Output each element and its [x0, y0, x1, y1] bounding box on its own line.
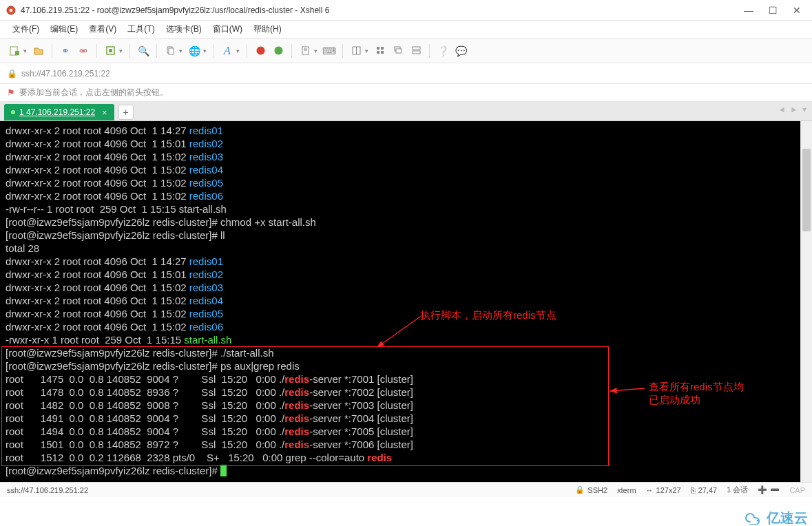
- ssh-lock-icon: 🔒: [575, 485, 585, 494]
- svg-rect-16: [381, 47, 384, 50]
- svg-point-25: [756, 519, 758, 521]
- tab-menu-icon[interactable]: ▾: [802, 105, 806, 114]
- svg-rect-5: [109, 49, 112, 52]
- status-dot-icon: [11, 110, 15, 114]
- status-ssh: SSH2: [587, 486, 607, 494]
- window-title: 47.106.219.251:22 - root@izwz9ef5sjam9pv…: [21, 6, 744, 15]
- pos-icon: ⎘: [691, 486, 696, 494]
- lock-icon: 🔒: [7, 69, 17, 78]
- new-tab-button[interactable]: +: [118, 105, 134, 120]
- app-icon: [6, 5, 17, 16]
- tile-icon[interactable]: [373, 43, 388, 59]
- font-icon[interactable]: A: [220, 43, 235, 59]
- svg-rect-7: [169, 48, 174, 54]
- open-session-icon[interactable]: [31, 43, 46, 59]
- status-sessions: 1 会话: [727, 485, 748, 495]
- status-pos: 27,47: [698, 486, 718, 494]
- menu-file[interactable]: 文件(F): [8, 22, 43, 36]
- svg-rect-21: [413, 47, 420, 50]
- svg-rect-17: [377, 51, 379, 54]
- minimize-button[interactable]: —: [744, 5, 753, 16]
- status-cap: CAP: [789, 486, 805, 494]
- help-icon[interactable]: ❔: [435, 43, 450, 59]
- maximize-button[interactable]: ☐: [769, 5, 778, 16]
- copy-icon[interactable]: [163, 43, 178, 59]
- plus-icon: ➕: [758, 485, 767, 494]
- play-icon[interactable]: [271, 43, 286, 59]
- layout-icon[interactable]: [348, 43, 364, 59]
- hint-bar: ⚑ 要添加当前会话，点击左侧的箭头按钮。: [0, 84, 812, 102]
- key-icon[interactable]: ⌨: [322, 43, 337, 59]
- status-term: xterm: [617, 486, 636, 494]
- tab-close-icon[interactable]: ×: [102, 107, 107, 118]
- terminal[interactable]: drwxr-xr-x 2 root root 4096 Oct 1 14:27 …: [0, 121, 800, 482]
- watermark: 亿速云: [745, 509, 808, 526]
- menu-window[interactable]: 窗口(W): [209, 22, 247, 36]
- scrollbar-thumb[interactable]: [802, 149, 811, 231]
- tab-prev-icon[interactable]: ◄: [778, 105, 786, 114]
- hint-text: 要添加当前会话，点击左侧的箭头按钮。: [19, 87, 168, 98]
- minus-icon: ➖: [770, 485, 780, 494]
- properties-icon[interactable]: [103, 43, 118, 59]
- close-button[interactable]: ✕: [793, 5, 801, 16]
- svg-point-1: [10, 8, 12, 11]
- status-bar: ssh://47.106.219.251:22 🔒SSH2 xterm ↔127…: [0, 482, 812, 497]
- chat-icon[interactable]: 💬: [453, 43, 468, 59]
- svg-rect-15: [377, 47, 379, 50]
- scrollbar[interactable]: [800, 121, 812, 482]
- svg-point-9: [274, 47, 282, 55]
- reconnect-icon[interactable]: ⚭: [58, 43, 73, 59]
- status-address: ssh://47.106.219.251:22: [7, 486, 88, 494]
- svg-rect-22: [413, 51, 420, 54]
- menu-edit[interactable]: 编辑(E): [46, 22, 82, 36]
- menu-view[interactable]: 查看(V): [85, 22, 121, 36]
- find-icon[interactable]: 🔍: [136, 43, 151, 59]
- session-tab[interactable]: 1 47.106.219.251:22 ×: [4, 104, 114, 120]
- globe-icon[interactable]: 🌐: [187, 43, 202, 59]
- stack-icon[interactable]: [408, 43, 424, 59]
- menu-tools[interactable]: 工具(T): [123, 22, 158, 36]
- size-icon: ↔: [646, 486, 654, 494]
- address-bar: 🔒: [0, 63, 812, 84]
- flag-icon: ⚑: [7, 87, 15, 98]
- svg-rect-18: [381, 51, 384, 54]
- record-icon[interactable]: [253, 43, 268, 59]
- tab-label: 1 47.106.219.251:22: [19, 107, 95, 117]
- status-size: 127x27: [656, 486, 681, 494]
- new-session-icon[interactable]: [7, 43, 22, 59]
- toolbar: ▾ ⚭ ⚮ ▾ 🔍 ▾ 🌐▾ A▾ ▾ ⌨ ▾ ❔ 💬: [0, 39, 812, 63]
- tab-bar: 1 47.106.219.251:22 × + ◄ ► ▾: [0, 102, 812, 121]
- svg-rect-3: [15, 51, 19, 55]
- script-icon[interactable]: [298, 43, 313, 59]
- title-bar: 47.106.219.251:22 - root@izwz9ef5sjam9pv…: [0, 0, 812, 21]
- address-input[interactable]: [21, 69, 805, 78]
- cascade-icon[interactable]: [391, 43, 406, 59]
- menu-help[interactable]: 帮助(H): [249, 22, 286, 36]
- svg-point-8: [256, 47, 264, 55]
- disconnect-icon[interactable]: ⚮: [76, 43, 91, 59]
- menu-bar: 文件(F) 编辑(E) 查看(V) 工具(T) 选项卡(B) 窗口(W) 帮助(…: [0, 21, 812, 39]
- svg-rect-20: [396, 49, 402, 53]
- tab-next-icon[interactable]: ►: [790, 105, 798, 114]
- menu-tabs[interactable]: 选项卡(B): [162, 22, 206, 36]
